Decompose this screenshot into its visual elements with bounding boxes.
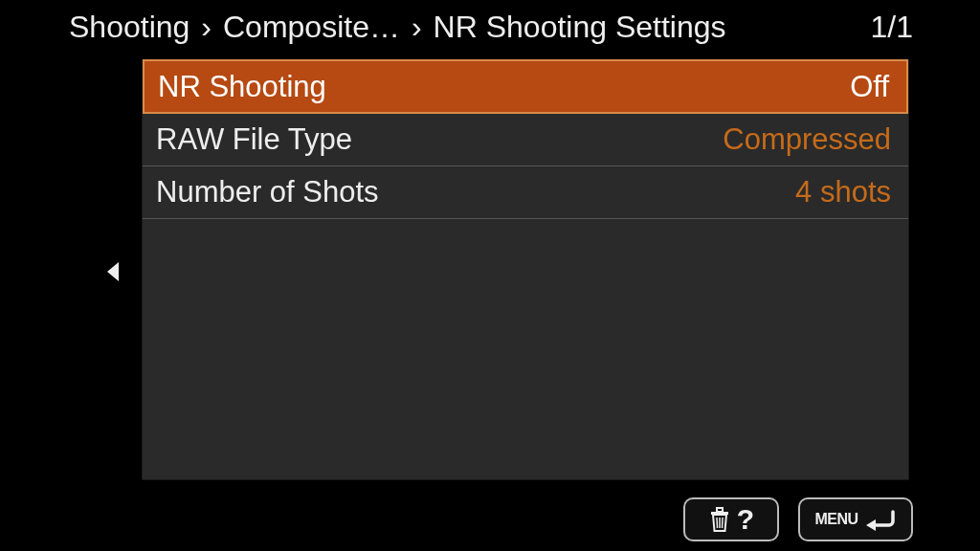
settings-panel: NR Shooting Off RAW File Type Compressed… (142, 59, 909, 480)
chevron-left-icon (105, 260, 121, 283)
svg-line-3 (717, 518, 718, 528)
page-indicator: 1/1 (871, 10, 913, 45)
menu-label: MENU (814, 511, 858, 528)
breadcrumb-item: NR Shooting Settings (434, 10, 726, 45)
chevron-right-icon: › (201, 10, 212, 45)
svg-rect-2 (717, 508, 723, 512)
breadcrumb-item[interactable]: Shooting (69, 10, 189, 45)
menu-item-label: Number of Shots (156, 175, 379, 209)
return-icon (864, 506, 897, 533)
menu-item-label: RAW File Type (156, 122, 352, 157)
svg-marker-0 (107, 262, 119, 281)
trash-icon (708, 506, 731, 533)
menu-item-raw-file-type[interactable]: RAW File Type Compressed (143, 114, 908, 166)
chevron-right-icon: › (412, 10, 422, 45)
svg-marker-6 (866, 519, 876, 531)
menu-item-value: Compressed (723, 122, 891, 157)
menu-item-value: Off (850, 70, 889, 104)
back-arrow-button[interactable] (103, 258, 122, 285)
footer-buttons: ? MENU (683, 497, 913, 541)
help-button[interactable]: ? (683, 497, 779, 541)
menu-item-number-of-shots[interactable]: Number of Shots 4 shots (143, 166, 908, 219)
breadcrumb: Shooting › Composite… › NR Shooting Sett… (0, 0, 980, 56)
help-label: ? (737, 503, 754, 536)
breadcrumb-item[interactable]: Composite… (223, 10, 400, 45)
menu-back-button[interactable]: MENU (798, 497, 913, 541)
menu-item-value: 4 shots (795, 175, 891, 209)
menu-item-label: NR Shooting (158, 70, 326, 104)
svg-line-5 (722, 518, 723, 528)
menu-item-nr-shooting[interactable]: NR Shooting Off (143, 59, 908, 114)
